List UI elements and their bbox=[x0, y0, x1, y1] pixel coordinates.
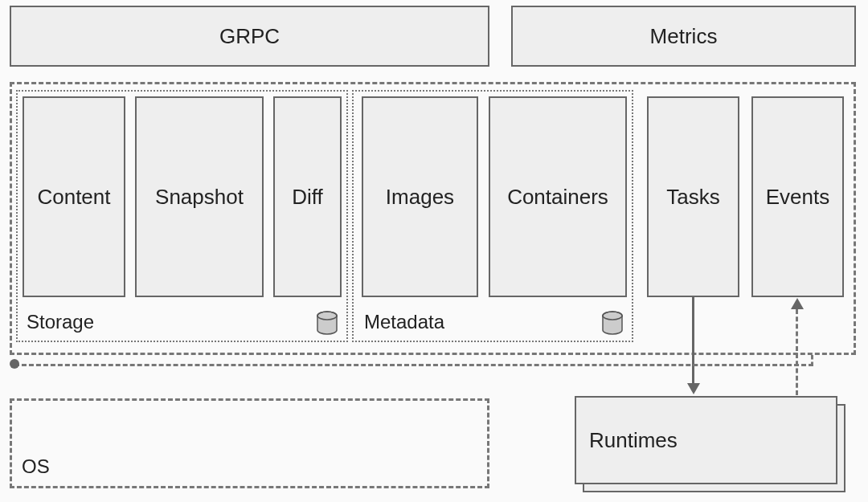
metrics-label: Metrics bbox=[650, 24, 718, 49]
tasks-box: Tasks bbox=[647, 96, 739, 297]
arrow-head-up-icon bbox=[791, 298, 804, 309]
tasks-label: Tasks bbox=[666, 185, 719, 210]
images-box: Images bbox=[362, 96, 478, 297]
images-label: Images bbox=[386, 185, 454, 210]
metadata-label: Metadata bbox=[364, 311, 444, 333]
events-box: Events bbox=[751, 96, 844, 297]
snapshot-box: Snapshot bbox=[135, 96, 264, 297]
arrow-head-down-icon bbox=[687, 383, 700, 394]
dashed-connector-corner bbox=[811, 355, 813, 366]
os-label: OS bbox=[22, 455, 50, 478]
architecture-diagram: GRPC Metrics Storage Metadata Content Sn… bbox=[4, 4, 864, 498]
dashed-connector-line bbox=[14, 364, 813, 366]
grpc-box: GRPC bbox=[10, 6, 489, 67]
diff-label: Diff bbox=[292, 185, 323, 210]
storage-label: Storage bbox=[27, 311, 94, 333]
containers-box: Containers bbox=[489, 96, 627, 297]
database-icon bbox=[601, 311, 624, 335]
runtimes-box: Runtimes bbox=[575, 396, 837, 484]
runtimes-label: Runtimes bbox=[589, 428, 678, 453]
metrics-box: Metrics bbox=[511, 6, 856, 67]
snapshot-label: Snapshot bbox=[155, 185, 244, 210]
events-label: Events bbox=[766, 185, 830, 210]
diff-box: Diff bbox=[273, 96, 342, 297]
arrow-tasks-to-runtimes bbox=[692, 297, 694, 383]
os-box bbox=[10, 398, 489, 488]
content-label: Content bbox=[37, 185, 110, 210]
content-box: Content bbox=[23, 96, 125, 297]
dashed-arrow-runtimes-to-events bbox=[796, 309, 798, 395]
grpc-label: GRPC bbox=[219, 24, 280, 49]
containers-label: Containers bbox=[507, 185, 608, 210]
connector-dot-icon bbox=[10, 359, 19, 369]
database-icon bbox=[316, 311, 338, 335]
